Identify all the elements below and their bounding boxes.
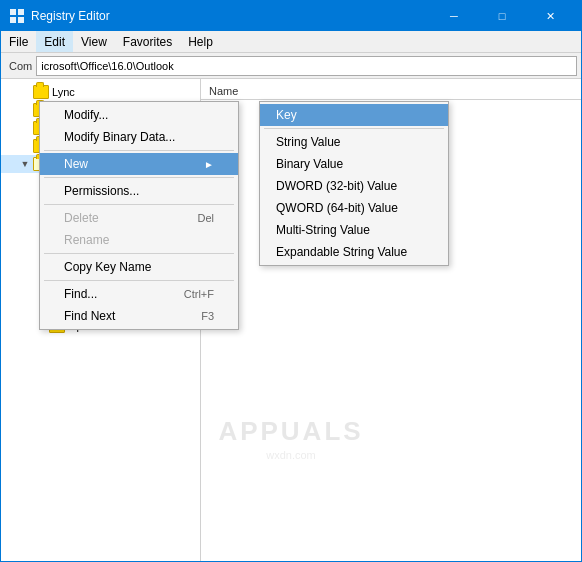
svg-rect-2 [10, 17, 16, 23]
tree-label-appointment: Appointment [68, 212, 130, 224]
folder-icon-message [49, 283, 65, 297]
tree-label-outlook: Outlook [52, 158, 90, 170]
address-label: Com [5, 60, 36, 72]
tree-item-contact[interactable]: Contact [1, 245, 200, 263]
tree-label-options: Options [68, 320, 106, 332]
tree-item-lync[interactable]: Lync [1, 83, 200, 101]
menu-help[interactable]: Help [180, 31, 221, 52]
folder-icon-ms_office_help [33, 121, 49, 135]
svg-rect-0 [10, 9, 16, 15]
folder-icon-addins [49, 193, 65, 207]
tree-item-appointment[interactable]: Appointment [1, 209, 200, 227]
folder-icon-onenote [33, 139, 49, 153]
registry-editor-window: Registry Editor ─ □ ✕ File Edit View Fav… [0, 0, 582, 562]
title-bar: Registry Editor ─ □ ✕ [1, 1, 581, 31]
maximize-button[interactable]: □ [479, 1, 525, 31]
menu-view[interactable]: View [73, 31, 115, 52]
folder-icon-appointment [49, 211, 65, 225]
svg-rect-1 [18, 9, 24, 15]
folder-icon-display_types [49, 265, 65, 279]
folder-icon-autodiscover [49, 229, 65, 243]
svg-rect-3 [18, 17, 24, 23]
window-title: Registry Editor [31, 9, 425, 23]
tree-label-ms_office_help: Microsoft Office Help Viewer [52, 122, 190, 134]
tree-label-mapi: MAPI [52, 104, 79, 116]
folder-icon-addin_load_times [49, 175, 65, 189]
folder-icon-mapi [33, 103, 49, 117]
tree-item-autodiscover[interactable]: AutoDiscover [1, 227, 200, 245]
tree-item-outlook[interactable]: ▼Outlook [1, 155, 200, 173]
right-panel: Name [201, 79, 581, 561]
column-header: Name [201, 83, 581, 100]
tree-label-office_explorer: Office Explorer [68, 302, 141, 314]
tree-item-mapi[interactable]: MAPI [1, 101, 200, 119]
close-button[interactable]: ✕ [527, 1, 573, 31]
folder-icon-contact [49, 247, 65, 261]
menu-edit[interactable]: Edit [36, 31, 73, 52]
name-column-header: Name [209, 85, 238, 97]
folder-icon-outlook [33, 157, 49, 171]
tree-item-addin_load_times[interactable]: AddInLoadTimes [1, 173, 200, 191]
minimize-button[interactable]: ─ [431, 1, 477, 31]
window-controls: ─ □ ✕ [431, 1, 573, 31]
tree-item-message[interactable]: Message [1, 281, 200, 299]
menu-favorites[interactable]: Favorites [115, 31, 180, 52]
tree-label-autodiscover: AutoDiscover [68, 230, 133, 242]
tree-label-message: Message [68, 284, 113, 296]
tree-label-addins: Addins [68, 194, 102, 206]
folder-icon-office_explorer [49, 301, 65, 315]
tree-label-display_types: Display Types [68, 266, 136, 278]
folder-icon-lync [33, 85, 49, 99]
menu-bar: File Edit View Favorites Help [1, 31, 581, 53]
folder-icon-options [49, 319, 65, 333]
address-input[interactable] [36, 56, 577, 76]
tree-item-onenote[interactable]: OneNote [1, 137, 200, 155]
address-bar: Com [1, 53, 581, 79]
window-icon [9, 8, 25, 24]
tree-item-addins[interactable]: Addins [1, 191, 200, 209]
tree-label-lync: Lync [52, 86, 75, 98]
tree-item-display_types[interactable]: Display Types [1, 263, 200, 281]
tree-label-addin_load_times: AddInLoadTimes [68, 176, 151, 188]
menu-file[interactable]: File [1, 31, 36, 52]
tree-arrow-outlook: ▼ [17, 159, 33, 169]
tree-item-ms_office_help[interactable]: Microsoft Office Help Viewer [1, 119, 200, 137]
tree-item-options[interactable]: Options [1, 317, 200, 335]
tree-label-contact: Contact [68, 248, 106, 260]
tree-item-office_explorer[interactable]: Office Explorer [1, 299, 200, 317]
tree-panel: LyncMAPIMicrosoft Office Help ViewerOneN… [1, 79, 201, 561]
main-content: LyncMAPIMicrosoft Office Help ViewerOneN… [1, 79, 581, 561]
tree-label-onenote: OneNote [52, 140, 96, 152]
